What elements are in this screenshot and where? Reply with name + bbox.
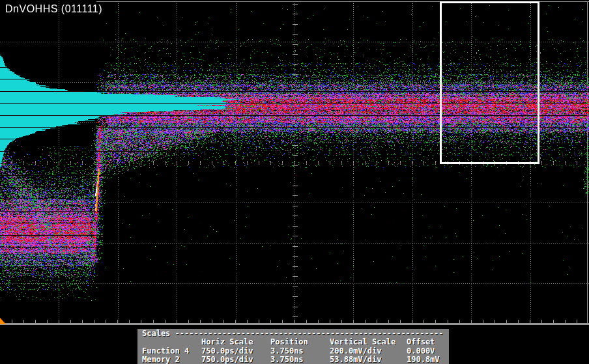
col-header-vertical-scale: Vertical Scale [330,338,395,346]
horiz-scale-value: 750.0ps/div [201,347,253,356]
trace-name: Memory 2 [142,356,180,364]
position-value: 3.750ns [270,347,304,356]
col-header-offset: Offset [407,338,435,346]
scales-panel-title: Scales [142,329,170,338]
scales-panel: Scales ---------------------------------… [137,329,449,364]
vertical-scale-value: 200.0mV/div [330,347,381,356]
horiz-scale-value: 750.0ps/div [201,356,253,364]
vertical-scale-value: 53.88mV/div [330,356,381,364]
scales-header-row: Horiz Scale Position Vertical Scale Offs… [137,338,449,347]
position-value: 3.750ns [270,356,304,364]
selection-box[interactable] [440,1,539,164]
scales-panel-title-row: Scales ---------------------------------… [137,329,449,338]
trigger-marker-icon [0,318,6,324]
offset-value: 0.000V [407,347,435,356]
scales-row-function-4: Function 4 750.0ps/div 3.750ns 200.0mV/d… [137,347,449,356]
oscilloscope-screen: DnVOHHS (011111) Scales ----------------… [0,0,589,364]
col-header-horiz-scale: Horiz Scale [201,338,253,346]
col-header-position: Position [270,338,308,346]
trace-name: Function 4 [142,347,189,356]
plot-title: DnVOHHS (011111) [5,3,102,15]
scales-panel-divider: ----------------------------------------… [175,329,444,338]
offset-value: 190.8mV [407,356,440,364]
scales-row-memory-2: Memory 2 750.0ps/div 3.750ns 53.88mV/div… [137,356,449,364]
